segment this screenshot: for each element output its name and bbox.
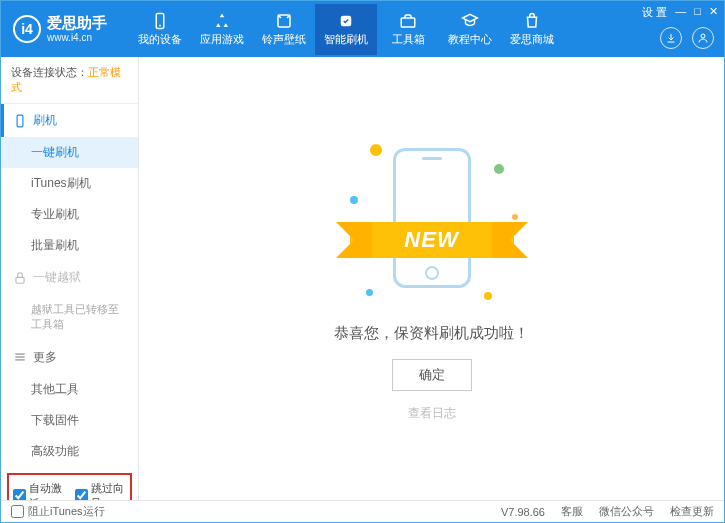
nav-label: 应用游戏 xyxy=(200,33,244,45)
svg-point-5 xyxy=(701,34,705,38)
user-icon xyxy=(697,32,709,44)
success-illustration: NEW xyxy=(342,136,522,306)
options-box: 自动激活 跳过向导 xyxy=(7,473,132,500)
main-content: NEW 恭喜您，保资料刷机成功啦！ 确定 查看日志 xyxy=(139,57,724,500)
sidebar-item-batch-flash[interactable]: 批量刷机 xyxy=(1,230,138,261)
checkbox-label: 阻止iTunes运行 xyxy=(28,504,105,519)
lock-icon xyxy=(13,271,27,285)
sidebar-item-oneclick-flash[interactable]: 一键刷机 xyxy=(1,137,138,168)
nav-label: 教程中心 xyxy=(448,33,492,45)
checkbox-label: 自动激活 xyxy=(29,481,65,500)
svg-rect-7 xyxy=(16,277,24,283)
nav-tutorials[interactable]: 教程中心 xyxy=(439,4,501,55)
device-status: 设备连接状态：正常模式 xyxy=(1,57,138,104)
sidebar-more-head[interactable]: 更多 xyxy=(1,341,138,374)
brand-logo-icon: i4 xyxy=(13,15,41,43)
ok-button[interactable]: 确定 xyxy=(392,359,472,391)
wechat-link[interactable]: 微信公众号 xyxy=(599,504,654,519)
skip-setup-checkbox[interactable]: 跳过向导 xyxy=(75,481,127,500)
brand-block: i4 爱思助手 www.i4.cn xyxy=(1,15,119,43)
block-itunes-checkbox[interactable]: 阻止iTunes运行 xyxy=(11,504,105,519)
settings-link[interactable]: 设 置 xyxy=(642,5,667,20)
sidebar-head-label: 一键越狱 xyxy=(33,269,81,286)
customer-service-link[interactable]: 客服 xyxy=(561,504,583,519)
window-controls: 设 置 — □ ✕ xyxy=(642,5,718,20)
download-button[interactable] xyxy=(660,27,682,49)
nav-label: 工具箱 xyxy=(392,33,425,45)
account-button[interactable] xyxy=(692,27,714,49)
phone-icon xyxy=(13,114,27,128)
success-message: 恭喜您，保资料刷机成功啦！ xyxy=(334,324,529,343)
svg-rect-6 xyxy=(17,115,23,127)
auto-activate-checkbox[interactable]: 自动激活 xyxy=(13,481,65,500)
status-label: 设备连接状态： xyxy=(11,66,88,78)
footer: 阻止iTunes运行 V7.98.66 客服 微信公众号 检查更新 xyxy=(1,500,724,522)
sidebar-item-itunes-flash[interactable]: iTunes刷机 xyxy=(1,168,138,199)
maximize-button[interactable]: □ xyxy=(694,5,701,20)
sidebar-flash-head[interactable]: 刷机 xyxy=(1,104,138,137)
version-label: V7.98.66 xyxy=(501,506,545,518)
sidebar: 设备连接状态：正常模式 刷机 一键刷机 iTunes刷机 专业刷机 批量刷机 一… xyxy=(1,57,139,500)
brand-title: 爱思助手 xyxy=(47,15,107,32)
phone-graphic-icon xyxy=(393,148,471,288)
toolbox-icon xyxy=(399,12,417,30)
nav-toolbox[interactable]: 工具箱 xyxy=(377,4,439,55)
nav-apps[interactable]: 应用游戏 xyxy=(191,4,253,55)
sidebar-head-label: 刷机 xyxy=(33,112,57,129)
app-header: i4 爱思助手 www.i4.cn 我的设备 应用游戏 铃声壁纸 智能刷机 工具… xyxy=(1,1,724,57)
nav-store[interactable]: 爱思商城 xyxy=(501,4,563,55)
menu-icon xyxy=(13,350,27,364)
wallpaper-icon xyxy=(275,12,293,30)
new-ribbon: NEW xyxy=(350,222,514,258)
tutorial-icon xyxy=(461,12,479,30)
nav-my-device[interactable]: 我的设备 xyxy=(129,4,191,55)
main-nav: 我的设备 应用游戏 铃声壁纸 智能刷机 工具箱 教程中心 爱思商城 xyxy=(129,4,563,55)
sidebar-item-pro-flash[interactable]: 专业刷机 xyxy=(1,199,138,230)
sidebar-item-other-tools[interactable]: 其他工具 xyxy=(1,374,138,405)
sidebar-item-download-fw[interactable]: 下载固件 xyxy=(1,405,138,436)
view-log-link[interactable]: 查看日志 xyxy=(408,405,456,422)
sidebar-head-label: 更多 xyxy=(33,349,57,366)
sidebar-item-advanced[interactable]: 高级功能 xyxy=(1,436,138,467)
close-button[interactable]: ✕ xyxy=(709,5,718,20)
minimize-button[interactable]: — xyxy=(675,5,686,20)
nav-label: 我的设备 xyxy=(138,33,182,45)
check-update-link[interactable]: 检查更新 xyxy=(670,504,714,519)
nav-label: 爱思商城 xyxy=(510,33,554,45)
phone-icon xyxy=(151,12,169,30)
download-icon xyxy=(665,32,677,44)
apps-icon xyxy=(213,12,231,30)
checkbox-label: 跳过向导 xyxy=(91,481,127,500)
jailbreak-note: 越狱工具已转移至工具箱 xyxy=(1,294,138,341)
brand-subtitle: www.i4.cn xyxy=(47,32,107,43)
svg-rect-4 xyxy=(401,18,415,27)
nav-ringtones[interactable]: 铃声壁纸 xyxy=(253,4,315,55)
sidebar-jailbreak-head: 一键越狱 xyxy=(1,261,138,294)
store-icon xyxy=(523,12,541,30)
nav-flash[interactable]: 智能刷机 xyxy=(315,4,377,55)
flash-icon xyxy=(337,12,355,30)
nav-label: 铃声壁纸 xyxy=(262,33,306,45)
nav-label: 智能刷机 xyxy=(324,33,368,45)
